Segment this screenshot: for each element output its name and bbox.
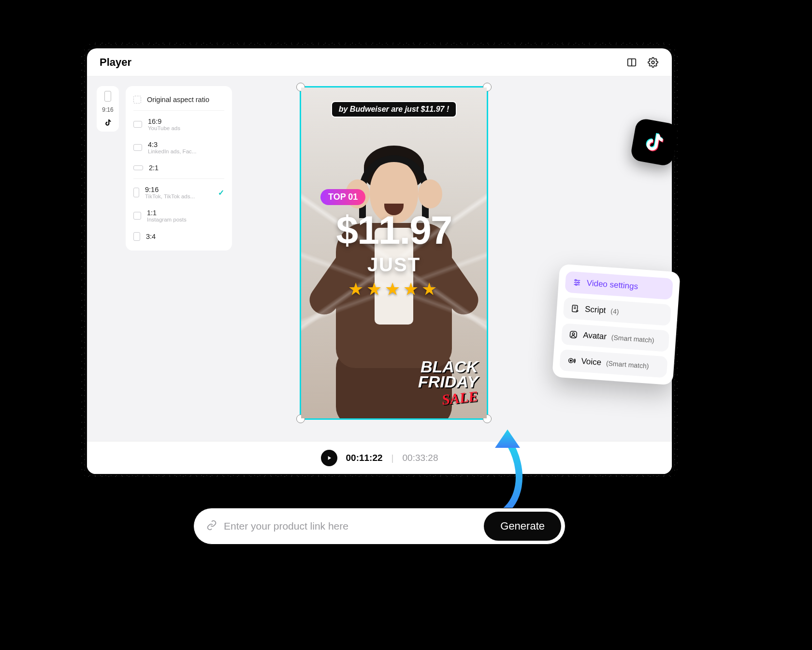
settings-avatar-label: Avatar — [583, 330, 607, 341]
avatar-icon — [568, 329, 579, 340]
aspect-ratio-list: Original aspect ratio 16:9 YouTube ads 4… — [126, 86, 232, 251]
rect-4-3-icon — [133, 144, 142, 151]
check-icon: ✓ — [218, 188, 224, 197]
dashed-square-icon — [133, 96, 141, 103]
play-button[interactable] — [321, 450, 337, 466]
settings-video[interactable]: Video settings — [565, 271, 673, 300]
settings-voice-label: Voice — [581, 356, 602, 368]
settings-video-label: Video settings — [586, 279, 638, 292]
svg-point-13 — [572, 333, 575, 335]
divider — [133, 110, 224, 111]
aspect-4-3[interactable]: 4:3 LinkedIn ads, Fac... — [126, 136, 232, 159]
aspect-1-1[interactable]: 1:1 Instagram posts — [126, 204, 232, 227]
video-settings-panel: Video settings Script (4) Avatar (Smart … — [552, 264, 681, 385]
generate-button[interactable]: Generate — [484, 512, 561, 541]
aspect-3-4[interactable]: 3:4 — [126, 227, 232, 246]
aspect-sub: TikTok, TikTok ads... — [145, 193, 195, 199]
rect-9-16-icon — [133, 188, 139, 197]
tiktok-icon — [103, 118, 112, 127]
aspect-9-16[interactable]: 9:16 TikTok, TikTok ads... ✓ — [126, 181, 232, 204]
playback-bar: 00:11:22 | 00:33:28 — [87, 441, 672, 474]
tiktok-logo-tile — [630, 118, 679, 167]
aspect-sub: LinkedIn ads, Fac... — [148, 148, 196, 154]
settings-avatar-hint: (Smart match) — [611, 333, 654, 344]
bf-line2: FRIDAY — [418, 374, 478, 389]
aspect-label: 4:3 — [148, 141, 196, 148]
svg-point-7 — [578, 282, 579, 283]
settings-avatar[interactable]: Avatar (Smart match) — [561, 323, 670, 352]
price-text: $11.97 — [301, 207, 487, 253]
aspect-16-9[interactable]: 16:9 YouTube ads — [126, 113, 232, 136]
svg-point-2 — [652, 61, 654, 64]
divider — [133, 178, 224, 179]
video-caption: by Budweiser are just $11.97 ! — [331, 101, 457, 118]
gear-icon[interactable] — [647, 56, 659, 69]
link-icon — [206, 520, 217, 532]
time-current: 00:11:22 — [346, 453, 383, 463]
aspect-label: 2:1 — [149, 164, 159, 172]
aspect-label: 16:9 — [148, 118, 180, 125]
video-frame[interactable]: by Budweiser are just $11.97 ! TOP 01 $1… — [300, 86, 488, 420]
svg-point-6 — [575, 280, 577, 281]
top-badge: TOP 01 — [320, 189, 365, 205]
settings-script-label: Script — [584, 304, 606, 315]
voice-icon — [566, 355, 577, 366]
aspect-original[interactable]: Original aspect ratio — [126, 91, 232, 108]
ratio-chip[interactable]: 9:16 — [97, 86, 119, 132]
aspect-2-1[interactable]: 2:1 — [126, 159, 232, 177]
settings-voice-hint: (Smart match) — [606, 359, 649, 370]
settings-voice[interactable]: Voice (Smart match) — [559, 349, 668, 378]
just-text: JUST — [301, 254, 487, 276]
svg-point-15 — [570, 360, 571, 361]
aspect-sub: Instagram posts — [147, 217, 187, 222]
svg-point-8 — [575, 284, 577, 285]
video-preview: by Budweiser are just $11.97 ! TOP 01 $1… — [301, 88, 487, 418]
sliders-icon — [572, 277, 582, 287]
aspect-label: 3:4 — [146, 233, 156, 240]
settings-script[interactable]: Script (4) — [563, 297, 672, 325]
rect-1-1-icon — [133, 212, 141, 220]
phone-portrait-icon — [104, 91, 111, 102]
star-rating: ★★★★★ — [301, 279, 487, 299]
aspect-label: 9:16 — [145, 186, 195, 193]
rect-3-4-icon — [133, 232, 140, 241]
script-icon — [570, 303, 580, 313]
generate-bar: Generate — [193, 508, 566, 545]
player-header: Player — [87, 48, 672, 76]
rect-2-1-icon — [133, 165, 143, 170]
aspect-sub: YouTube ads — [148, 125, 180, 131]
time-total: 00:33:28 — [403, 453, 438, 463]
player-card: Player 9:16 Original aspect ratio — [87, 48, 672, 474]
black-friday-badge: BLACK FRIDAY SALE — [418, 359, 478, 405]
time-separator: | — [392, 453, 394, 463]
settings-script-count: (4) — [610, 307, 619, 315]
aspect-label: 1:1 — [147, 209, 187, 217]
page-title: Player — [100, 56, 131, 69]
ratio-chip-label: 9:16 — [102, 106, 113, 113]
rect-16-9-icon — [133, 121, 142, 128]
product-link-input[interactable] — [224, 520, 484, 532]
panel-toggle-icon[interactable] — [625, 56, 638, 69]
bf-sale: SALE — [441, 389, 479, 406]
aspect-label: Original aspect ratio — [147, 96, 209, 103]
